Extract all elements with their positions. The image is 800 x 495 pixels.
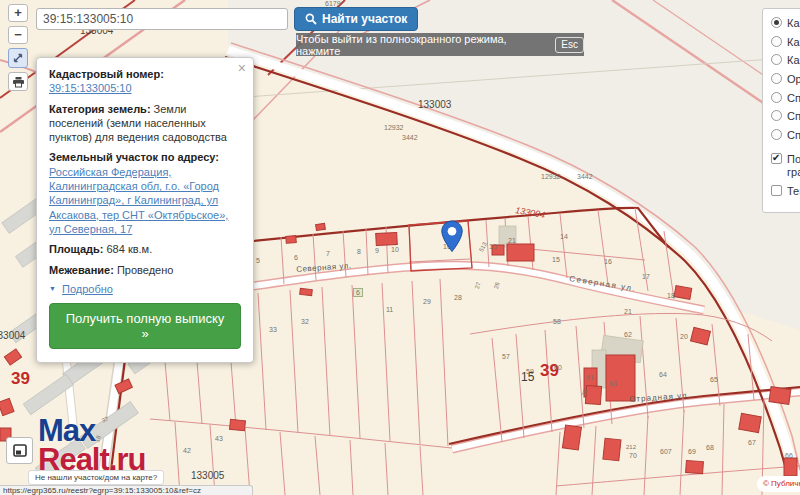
layer-label: Спутн — [787, 110, 800, 123]
parcel-info-popup: × Кадастровый номер: 39:15:133005:10 Кат… — [36, 57, 254, 363]
layer-label: Open — [787, 73, 800, 86]
layer-label: Карта — [787, 36, 800, 49]
fullscreen-hint-text: Чтобы выйти из полноэкранного режима, на… — [296, 33, 548, 57]
layer-option-2[interactable]: Карта — [771, 36, 800, 49]
address-link[interactable]: Российская Федерация, Калининградская об… — [49, 166, 228, 235]
get-extract-button[interactable]: Получить полную выписку » — [49, 303, 241, 349]
maxrealt-watermark: Max Realt.ru — [38, 416, 145, 475]
radio-icon — [771, 36, 782, 47]
find-parcel-label: Найти участок — [322, 12, 407, 26]
chevron-down-icon: ▼ — [49, 285, 56, 292]
radio-icon — [771, 17, 782, 28]
address-label: Земельный участок по адресу: — [49, 151, 219, 163]
search-input[interactable] — [36, 8, 288, 30]
area-label: Площадь: — [49, 243, 103, 255]
fullscreen-button[interactable] — [8, 48, 28, 68]
fullscreen-hint: Чтобы выйти из полноэкранного режима, на… — [296, 33, 584, 56]
esc-key-badge: Esc — [555, 37, 584, 53]
find-parcel-button[interactable]: Найти участок — [294, 7, 418, 31]
show-borders-checkbox[interactable]: Показ грани — [771, 153, 800, 178]
category-label: Категория земель: — [49, 103, 151, 115]
image-icon — [13, 444, 27, 457]
layer-label: Спутн — [787, 92, 800, 105]
print-button[interactable] — [8, 72, 28, 91]
survey-value: Проведено — [117, 264, 173, 276]
layer-option-7[interactable]: Спутн — [771, 129, 800, 142]
radio-icon — [771, 73, 782, 84]
details-toggle-link[interactable]: Подробно — [62, 283, 113, 295]
browser-status-url: https://egrp365.ru/reestr?egrp=39:15:133… — [0, 485, 253, 495]
expand-arrows-icon — [12, 52, 24, 64]
checkbox-icon — [771, 153, 782, 164]
zoom-in-button[interactable]: + — [8, 4, 28, 22]
layers-panel: Карта Карта Карта Open Спутн Спутн Спутн… — [762, 8, 800, 213]
search-icon — [305, 13, 317, 25]
radio-icon — [771, 129, 782, 140]
not-found-link[interactable]: Не нашли участок/дом на карте? — [28, 470, 164, 485]
layer-option-3[interactable]: Карта — [771, 54, 800, 67]
layer-option-6[interactable]: Спутн — [771, 110, 800, 123]
area-value: 684 кв.м. — [106, 243, 152, 255]
cadastral-map-app: 6179321330041330031293234421293234421330… — [0, 0, 800, 495]
snapshot-button[interactable] — [6, 437, 33, 464]
checkbox-label: Темат — [787, 185, 800, 198]
survey-label: Межевание: — [49, 264, 114, 276]
layer-label: Карта — [787, 17, 800, 30]
checkbox-label: Показ грани — [787, 153, 800, 178]
layer-option-1[interactable]: Карта — [771, 17, 800, 30]
zoom-out-button[interactable]: − — [8, 26, 28, 44]
layer-label: Спутн — [787, 129, 800, 142]
printer-icon — [12, 76, 25, 88]
watermark-line1: Max — [38, 416, 145, 445]
cadastral-number-link[interactable]: 39:15:133005:10 — [49, 82, 132, 94]
layer-option-5[interactable]: Спутн — [771, 92, 800, 105]
radio-icon — [771, 92, 782, 103]
map-marker-icon — [441, 220, 463, 253]
radio-icon — [771, 54, 782, 65]
close-icon[interactable]: × — [238, 61, 246, 75]
radio-icon — [771, 110, 782, 121]
layer-label: Карта — [787, 54, 800, 67]
map-attribution-link[interactable]: © Публичн — [757, 476, 800, 492]
cadastral-number-label: Кадастровый номер: — [49, 68, 164, 80]
thematic-checkbox[interactable]: Темат — [771, 185, 800, 198]
checkbox-icon — [771, 185, 782, 196]
layer-option-4[interactable]: Open — [771, 73, 800, 86]
